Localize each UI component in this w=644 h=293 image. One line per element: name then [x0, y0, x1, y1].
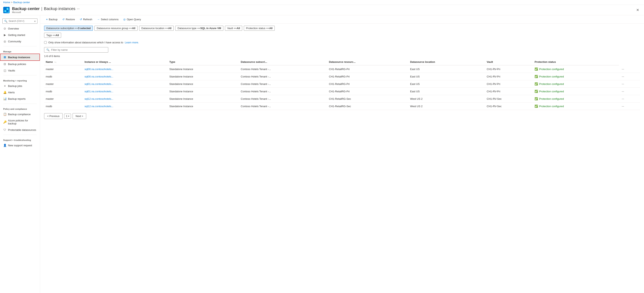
filter-by-name-input[interactable]	[51, 48, 106, 51]
collapse-icon[interactable]: «	[34, 20, 36, 23]
protection-configured-label: Protection configured	[539, 105, 564, 108]
sidebar-item-backup-reports[interactable]: 📊 Backup reports	[0, 96, 40, 102]
restore-button[interactable]: ↺ Restore	[60, 17, 77, 22]
cell-protection-0: ✅ Protection configured	[533, 65, 619, 73]
access-checkbox-row: Only show information about datasources …	[40, 39, 644, 46]
filter-protection-label: Protection status ==	[246, 27, 269, 30]
sidebar-item-vaults[interactable]: ◫ Vaults	[0, 67, 40, 74]
sidebar-item-backup-compliance[interactable]: 📋 Backup compliance	[0, 111, 40, 117]
filter-input-container[interactable]: 🔍	[44, 47, 108, 53]
filter-subscription-label: Datasource subscription ==	[46, 27, 78, 30]
community-icon: ◎	[3, 40, 6, 43]
filter-location-value: All	[168, 27, 172, 30]
cell-location-0: East US	[408, 65, 485, 73]
filter-location-label: Datasource location ==	[141, 27, 168, 30]
page-dropdown-icon: ▾	[68, 115, 69, 117]
cell-more-2[interactable]: ···	[619, 80, 640, 88]
sidebar-label-backup-compliance: Backup compliance	[8, 113, 31, 116]
select-columns-button[interactable]: → Select columns	[95, 17, 120, 22]
close-button[interactable]: ✕	[634, 7, 641, 13]
select-columns-icon: →	[97, 18, 100, 21]
restore-label: Restore	[66, 18, 75, 21]
filter-tags-label: Tags ==	[46, 34, 56, 37]
next-button[interactable]: Next >	[72, 113, 86, 119]
cell-instance-5[interactable]: sql12.na.contosohotels...	[83, 103, 168, 110]
backup-instances-table: Name ↑↓ Instance or Always ... Type Data…	[44, 58, 640, 110]
cell-more-1[interactable]: ···	[619, 73, 640, 80]
sidebar-item-protectable-datasources[interactable]: 🛡 Protectable datasources	[0, 127, 40, 133]
cell-instance-2[interactable]: sql01.na.contosohotels...	[83, 80, 168, 88]
app-icon	[3, 7, 10, 13]
search-input[interactable]	[8, 20, 33, 23]
filter-protection-status[interactable]: Protection status == All	[244, 26, 275, 31]
sort-icon-name[interactable]: ↑↓	[54, 61, 56, 63]
filter-vault-value: All	[236, 27, 240, 30]
col-vault: Vault	[485, 58, 533, 65]
sidebar-label-getting-started: Getting started	[8, 34, 25, 37]
filter-vault[interactable]: Vault == All	[225, 26, 242, 31]
sidebar-label-backup-jobs: Backup jobs	[8, 85, 22, 88]
filter-datasource-type[interactable]: Datasource type == SQL in Azure VM	[175, 26, 223, 31]
cell-resource-2: CH1-RetailRG-Pri	[328, 80, 408, 88]
access-checkbox[interactable]	[44, 41, 47, 44]
cell-protection-1: ✅ Protection configured	[533, 73, 619, 80]
pagination: < Previous 1 ▾ Next >	[40, 110, 644, 122]
cell-name-1: msdb	[44, 73, 83, 80]
sidebar-item-azure-policies[interactable]: 🔑 Azure policies for backup	[0, 117, 40, 127]
top-bar: Backup center | Backup instances ··· Mic…	[0, 5, 644, 15]
cell-instance-1[interactable]: sql00.na.contosohotels...	[83, 73, 168, 80]
cell-instance-3[interactable]: sql01.na.contosohotels...	[83, 88, 168, 95]
sidebar-divider-support	[3, 135, 37, 135]
more-options-header[interactable]: ···	[77, 7, 80, 11]
sidebar-label-backup-reports: Backup reports	[8, 97, 26, 100]
azure-policies-icon: 🔑	[3, 120, 6, 124]
sidebar-item-community[interactable]: ◎ Community	[0, 38, 40, 45]
protection-configured-icon: ✅	[534, 67, 538, 71]
cell-protection-4: ✅ Protection configured	[533, 95, 619, 103]
cell-more-3[interactable]: ···	[619, 88, 640, 95]
cell-subscription-4: Contoso Hotels Tenant -...	[239, 95, 328, 103]
sidebar-item-overview[interactable]: ⊙ Overview	[0, 25, 40, 32]
sidebar-label-azure-policies: Azure policies for backup	[8, 119, 37, 125]
cell-name-5: msdb	[44, 103, 83, 110]
sidebar-item-backup-policies[interactable]: ⊟ Backup policies	[0, 61, 40, 67]
page-select[interactable]: 1 ▾	[64, 114, 71, 119]
filter-datasource-subscription[interactable]: Datasource subscription == 3 selected	[44, 26, 93, 31]
sidebar-label-backup-policies: Backup policies	[8, 63, 26, 66]
sidebar-item-getting-started[interactable]: ▶ Getting started	[0, 32, 40, 38]
open-query-icon: ◎	[123, 18, 126, 21]
search-icon: 🔍	[4, 20, 8, 23]
filter-tags[interactable]: Tags == All	[44, 33, 61, 38]
refresh-button[interactable]: ↺ Refresh	[78, 17, 94, 22]
sidebar-label-new-support-request: New support request	[8, 144, 32, 147]
previous-button[interactable]: < Previous	[44, 113, 62, 119]
learn-more-link[interactable]: Learn more.	[125, 41, 139, 44]
col-datasource-subscription: Datasource subscri...	[239, 58, 328, 65]
cell-instance-4[interactable]: sql12.na.contosohotels...	[83, 95, 168, 103]
backup-button[interactable]: + Backup	[44, 17, 60, 22]
sidebar-label-protectable-datasources: Protectable datasources	[8, 128, 36, 131]
sidebar-item-backup-jobs[interactable]: ≡ Backup jobs	[0, 83, 40, 89]
filter-datasource-location[interactable]: Datasource location == All	[139, 26, 174, 31]
breadcrumb-current[interactable]: Backup center	[13, 1, 30, 4]
table-container: Name ↑↓ Instance or Always ... Type Data…	[40, 58, 644, 110]
cell-more-0[interactable]: ···	[619, 65, 640, 73]
sidebar-item-new-support-request[interactable]: 👤 New support request	[0, 142, 40, 149]
cell-name-2: master	[44, 80, 83, 88]
cell-more-4[interactable]: ···	[619, 95, 640, 103]
sidebar-section-policy: Policy and compliance	[0, 105, 40, 111]
search-bar[interactable]: 🔍 «	[2, 19, 38, 24]
col-datasource-resource: Datasource resourc...	[328, 58, 408, 65]
sidebar-item-backup-instances[interactable]: ⊞ Backup instances	[0, 54, 40, 61]
filter-datasource-resource-group[interactable]: Datasource resource group == All	[94, 26, 138, 31]
open-query-button[interactable]: ◎ Open Query	[121, 17, 143, 22]
sidebar-label-alerts: Alerts	[8, 91, 15, 94]
cell-location-5: West US 2	[408, 103, 485, 110]
table-row: msdb sql01.na.contosohotels... Standalon…	[44, 88, 640, 95]
cell-instance-0[interactable]: sql00.na.contosohotels...	[83, 65, 168, 73]
breadcrumb-home[interactable]: Home	[3, 1, 10, 4]
sidebar-item-alerts[interactable]: 🔔 Alerts	[0, 89, 40, 96]
cell-protection-5: ✅ Protection configured	[533, 103, 619, 110]
cell-vault-5: CH1-RV-Sec	[485, 103, 533, 110]
cell-more-5[interactable]: ···	[619, 103, 640, 110]
